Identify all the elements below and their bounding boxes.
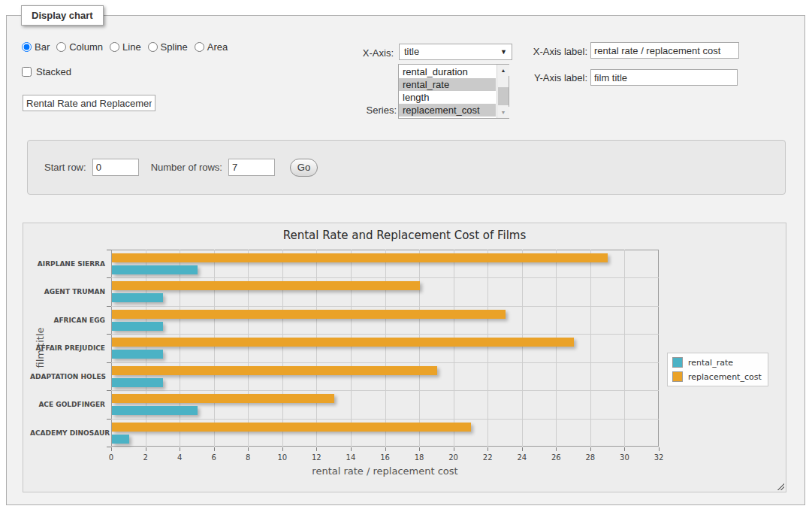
- y-axis-label-input[interactable]: [590, 69, 738, 86]
- x-tick: [214, 447, 215, 451]
- gridline-vertical: [316, 250, 317, 447]
- series-option-length[interactable]: length: [399, 91, 496, 104]
- bar-replacement_cost: [112, 281, 420, 290]
- x-tick: [522, 447, 523, 451]
- gridline-horizontal: [111, 277, 659, 278]
- chart-type-group: BarColumnLineSplineArea: [22, 41, 228, 53]
- gridline-vertical: [282, 250, 283, 447]
- series-option-rental_rate[interactable]: rental_rate: [399, 78, 496, 91]
- chart-type-option-line[interactable]: Line: [110, 41, 141, 53]
- category-label: AGENT TRUMAN: [30, 288, 105, 295]
- x-tick: [556, 447, 557, 451]
- gridline-vertical: [180, 250, 180, 447]
- go-button[interactable]: Go: [290, 159, 318, 177]
- bar-replacement_cost: [112, 253, 608, 262]
- x-tick: [316, 447, 317, 451]
- x-tick-label: 16: [380, 453, 390, 462]
- x-tick: [590, 447, 591, 451]
- radio-column[interactable]: [56, 42, 66, 52]
- start-row-input[interactable]: [92, 159, 139, 176]
- y-tick: [107, 306, 111, 307]
- chart-type-option-column[interactable]: Column: [56, 41, 103, 53]
- stacked-checkbox[interactable]: [22, 67, 32, 77]
- radio-area[interactable]: [195, 42, 204, 52]
- gridline-vertical: [214, 250, 215, 447]
- legend-swatch-replacement_cost: [672, 371, 683, 382]
- x-tick-label: 12: [312, 453, 321, 462]
- stacked-checkbox-row[interactable]: Stacked: [22, 66, 71, 77]
- bar-rental_rate: [112, 350, 163, 359]
- gridline-vertical: [624, 250, 625, 447]
- chart-type-option-spline[interactable]: Spline: [148, 41, 188, 53]
- scroll-down-icon[interactable]: ▼: [497, 107, 509, 118]
- gridline-horizontal: [111, 390, 659, 391]
- series-option-replacement_cost[interactable]: replacement_cost: [399, 104, 496, 117]
- x-tick: [351, 447, 352, 451]
- scrollbar-thumb[interactable]: [498, 87, 509, 105]
- category-label: ACE GOLDFINGER: [30, 401, 105, 408]
- x-tick-label: 0: [109, 453, 113, 462]
- gridline-vertical: [590, 250, 591, 447]
- stacked-label: Stacked: [36, 66, 71, 77]
- resize-grip-icon[interactable]: [776, 482, 784, 490]
- x-tick-label: 32: [654, 453, 664, 462]
- x-tick: [624, 447, 625, 451]
- gridline-vertical: [351, 250, 352, 447]
- x-tick-label: 24: [517, 453, 527, 462]
- x-tick-label: 8: [246, 453, 250, 462]
- y-tick: [107, 277, 111, 278]
- num-rows-input[interactable]: [228, 159, 275, 176]
- row-range-panel: Start row: Number of rows: Go: [27, 140, 786, 195]
- y-tick: [107, 419, 111, 420]
- gridline-vertical: [146, 250, 146, 447]
- x-tick-label: 22: [483, 453, 493, 462]
- x-tick: [111, 447, 112, 451]
- x-axis-select[interactable]: title ▼: [399, 44, 512, 60]
- series-listbox-scrollbar[interactable]: ▲ ▼: [497, 65, 509, 118]
- x-tick-label: 4: [177, 453, 182, 462]
- x-tick: [180, 447, 180, 451]
- chart-title-input[interactable]: [23, 95, 155, 111]
- radio-label: Area: [207, 41, 228, 53]
- bar-rental_rate: [112, 293, 163, 302]
- gridline-horizontal: [111, 306, 659, 307]
- x-tick: [282, 447, 283, 451]
- x-tick-label: 2: [143, 453, 147, 462]
- bar-rental_rate: [112, 322, 163, 331]
- legend-item-rental_rate: rental_rate: [672, 357, 762, 368]
- gridline-horizontal: [111, 419, 659, 420]
- gridline-horizontal: [111, 362, 659, 363]
- category-label: AFFAIR PREJUDICE: [30, 344, 105, 352]
- x-axis-label-input[interactable]: [590, 42, 739, 59]
- legend-swatch-rental_rate: [672, 357, 683, 368]
- chart-type-option-bar[interactable]: Bar: [22, 41, 50, 53]
- x-axis-label-field-label: X-Axis label:: [523, 46, 587, 57]
- series-option-rental_duration[interactable]: rental_duration: [399, 65, 496, 78]
- radio-line[interactable]: [110, 42, 119, 52]
- y-tick: [107, 334, 111, 335]
- y-axis-label-field-label: Y-Axis label:: [523, 72, 587, 83]
- x-tick: [454, 447, 454, 451]
- start-row-label: Start row:: [44, 162, 86, 173]
- gridline-vertical: [556, 250, 557, 447]
- scroll-up-icon[interactable]: ▲: [497, 65, 509, 76]
- num-rows-label: Number of rows:: [151, 162, 222, 173]
- fieldset-legend: Display chart: [21, 5, 104, 26]
- x-tick: [385, 447, 386, 451]
- chart-type-option-area[interactable]: Area: [195, 41, 228, 53]
- x-tick-label: 30: [620, 453, 629, 462]
- x-tick-label: 6: [212, 453, 216, 462]
- radio-spline[interactable]: [148, 42, 158, 52]
- x-tick: [146, 447, 146, 451]
- chart-legend: rental_ratereplacement_cost: [667, 353, 768, 386]
- x-tick-label: 28: [586, 453, 596, 462]
- radio-bar[interactable]: [22, 42, 32, 52]
- x-tick-label: 18: [415, 453, 424, 462]
- y-tick: [107, 250, 111, 250]
- chart-container: Rental Rate and Replacement Cost of Film…: [23, 223, 786, 492]
- gridline-vertical: [385, 250, 386, 447]
- x-tick-label: 10: [277, 453, 287, 462]
- bar-replacement_cost: [112, 366, 437, 375]
- series-listbox[interactable]: rental_durationrental_ratelengthreplacem…: [398, 64, 509, 119]
- x-tick: [659, 447, 660, 451]
